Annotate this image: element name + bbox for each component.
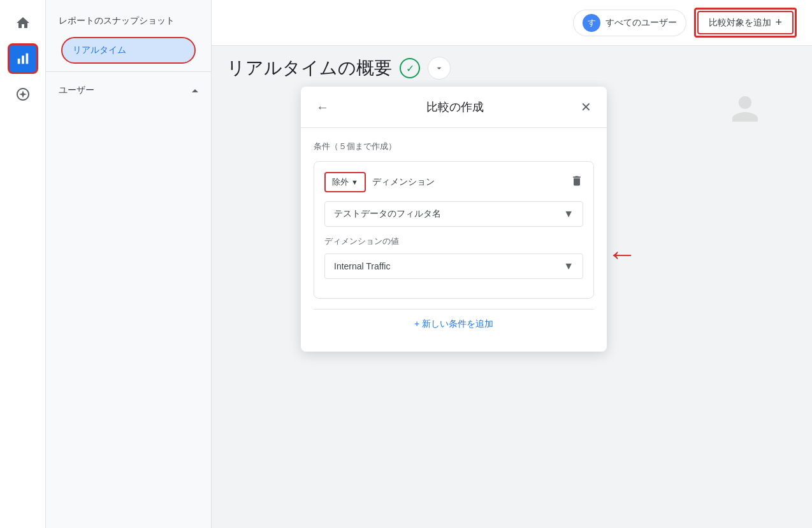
compare-plus-icon: + bbox=[775, 16, 782, 29]
sidebar-divider bbox=[46, 71, 211, 72]
condition-card: 除外 ▼ ディメンション テストデータのフィルタ名 ▼ bbox=[314, 161, 594, 299]
content-area: ← ← 比較の作成 ✕ 条件（５個まで作成） 除外 ▼ bbox=[212, 80, 812, 528]
user-label: すべてのユーザー bbox=[605, 17, 677, 29]
nav-explore-icon[interactable] bbox=[8, 79, 38, 110]
top-bar: す すべてのユーザー 比較対象を追加 + bbox=[212, 0, 812, 46]
sidebar-item-realtime[interactable]: リアルタイム bbox=[61, 37, 196, 64]
arrow-annotation: ← bbox=[607, 236, 637, 271]
exclude-label: 除外 bbox=[332, 176, 349, 188]
dimension-value-label: ディメンションの値 bbox=[324, 236, 583, 247]
internal-traffic-dropdown-arrow: ▼ bbox=[563, 260, 574, 272]
modal-title: 比較の作成 bbox=[339, 99, 570, 115]
svg-rect-0 bbox=[17, 59, 20, 64]
svg-rect-1 bbox=[22, 55, 24, 64]
sidebar: レポートのスナップショット リアルタイム ユーザー bbox=[46, 0, 212, 528]
svg-rect-2 bbox=[25, 54, 28, 64]
modal-close-button[interactable]: ✕ bbox=[578, 97, 594, 117]
user-avatar: す bbox=[583, 14, 600, 32]
delete-condition-icon[interactable] bbox=[570, 175, 583, 190]
modal-back-button[interactable]: ← bbox=[314, 97, 331, 117]
compare-label: 比較対象を追加 bbox=[709, 17, 771, 29]
modal-header: ← 比較の作成 ✕ bbox=[301, 87, 607, 128]
compare-button[interactable]: 比較対象を追加 + bbox=[697, 11, 794, 34]
filter-dropdown-arrow: ▼ bbox=[563, 208, 574, 220]
main-content: す すべてのユーザー 比較対象を追加 + リアルタイムの概要 ✓ bbox=[212, 0, 812, 528]
add-condition-button[interactable]: + 新しい条件を追加 bbox=[314, 309, 594, 339]
bg-profile-icon bbox=[729, 93, 761, 131]
nav-home-icon[interactable] bbox=[8, 8, 38, 38]
chevron-up-icon bbox=[192, 89, 198, 92]
filter-name-dropdown[interactable]: テストデータのフィルタ名 ▼ bbox=[324, 201, 583, 227]
dimension-label: ディメンション bbox=[372, 176, 564, 188]
internal-traffic-dropdown[interactable]: Internal Traffic ▼ bbox=[324, 253, 583, 279]
red-arrow-icon: ← bbox=[607, 237, 637, 271]
add-condition-label: + 新しい条件を追加 bbox=[414, 318, 493, 330]
nav-analytics-icon[interactable] bbox=[8, 43, 38, 74]
left-navigation bbox=[0, 0, 46, 528]
condition-row: 除外 ▼ ディメンション bbox=[324, 172, 583, 192]
compare-button-wrapper: 比較対象を追加 + bbox=[694, 8, 797, 38]
sidebar-section-users[interactable]: ユーザー bbox=[46, 80, 211, 101]
checkmark-icon[interactable]: ✓ bbox=[400, 58, 420, 78]
filter-name-label: テストデータのフィルタ名 bbox=[334, 208, 441, 220]
conditions-label: 条件（５個まで作成） bbox=[314, 141, 594, 152]
modal-body: 条件（５個まで作成） 除外 ▼ ディメンション bbox=[301, 128, 607, 352]
page-dropdown-button[interactable] bbox=[428, 57, 451, 80]
page-header: リアルタイムの概要 ✓ bbox=[212, 46, 812, 80]
user-chip[interactable]: す すべてのユーザー bbox=[573, 10, 686, 36]
sidebar-title: レポートのスナップショット bbox=[46, 10, 211, 37]
page-title: リアルタイムの概要 bbox=[227, 56, 392, 80]
sidebar-users-label: ユーザー bbox=[59, 85, 94, 96]
exclude-button[interactable]: 除外 ▼ bbox=[324, 172, 366, 192]
comparison-modal: ← 比較の作成 ✕ 条件（５個まで作成） 除外 ▼ ディメンション bbox=[301, 87, 607, 352]
internal-traffic-label: Internal Traffic bbox=[334, 261, 390, 271]
exclude-dropdown-arrow: ▼ bbox=[351, 178, 358, 186]
